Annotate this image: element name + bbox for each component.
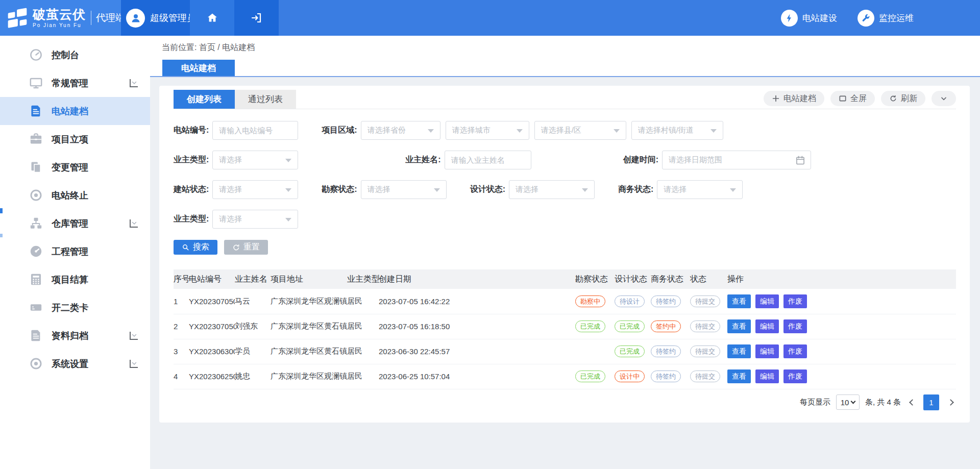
refresh-icon xyxy=(889,94,897,103)
station-code-input[interactable] xyxy=(212,121,298,140)
sidebar-item-open-class2-card[interactable]: 开二类卡 xyxy=(0,293,150,322)
owner-type-2-select[interactable]: 请选择 xyxy=(212,210,298,229)
copy-icon xyxy=(29,160,43,174)
filter-form: 电站编号:项目区域:请选择省份请选择城市请选择县/区请选择村镇/街道业主类型:请… xyxy=(174,121,956,229)
toolbar-create-station-button[interactable]: 电站建档 xyxy=(764,91,824,106)
toolbar-collapse-button[interactable] xyxy=(932,91,956,106)
view-button[interactable]: 查看 xyxy=(727,369,751,383)
sidebar-item-warehouse-management[interactable]: 仓库管理 xyxy=(0,209,150,237)
sidebar-item-system-settings[interactable]: 系统设置 xyxy=(0,350,150,378)
page-1-button[interactable]: 1 xyxy=(923,394,939,410)
toolbar-refresh-button[interactable]: 刷新 xyxy=(881,91,925,106)
view-button[interactable]: 查看 xyxy=(727,294,751,308)
business-status-badge: 待签约 xyxy=(651,345,681,357)
plus-icon xyxy=(772,94,780,103)
status-status-badge: 待提交 xyxy=(690,345,720,357)
status-status-badge: 待提交 xyxy=(690,371,720,382)
filter-label: 业主类型: xyxy=(174,214,209,225)
county-select[interactable]: 请选择县/区 xyxy=(534,121,626,140)
design-status-badge: 待设计 xyxy=(615,295,645,307)
toolbar-fullscreen-button[interactable]: 全屏 xyxy=(830,91,875,106)
filter-label: 项目区域: xyxy=(322,125,357,136)
column-header: 操作 xyxy=(727,269,956,289)
edit-button[interactable]: 编辑 xyxy=(755,369,779,383)
sidebar-item-project-settlement[interactable]: 项目结算 xyxy=(0,265,150,293)
header-nav-station-build[interactable]: 电站建设 xyxy=(781,10,837,27)
column-header: 序号 xyxy=(174,269,189,289)
view-button[interactable]: 查看 xyxy=(727,319,751,333)
sitemap-icon xyxy=(29,216,43,230)
province-select[interactable]: 请选择省份 xyxy=(361,121,440,140)
sidebar-item-label: 系统设置 xyxy=(52,358,88,370)
cell-actions: 查看编辑作废 xyxy=(727,364,956,389)
cell-project-address: 广东深圳龙华区观澜镇姚家庄... xyxy=(271,364,347,389)
brand-pinyin: Po Jian Yun Fu xyxy=(33,23,86,28)
filter-label: 勘察状态: xyxy=(322,184,357,195)
invalidate-button[interactable]: 作废 xyxy=(783,319,807,333)
sidebar-item-change-management[interactable]: 变更管理 xyxy=(0,153,150,181)
sidebar-item-console[interactable]: 控制台 xyxy=(0,41,150,69)
invalidate-button[interactable]: 作废 xyxy=(783,294,807,308)
created-time-date-picker[interactable]: 请选择日期范围 xyxy=(662,151,811,169)
user-menu[interactable]: 超级管理员 xyxy=(121,0,190,36)
edit-button[interactable]: 编辑 xyxy=(755,294,779,308)
top-header: 破茧云伏 Po Jian Yun Fu 代理端 超级管理员 电站建设监控运维 xyxy=(0,0,980,36)
owner-type-select[interactable]: 请选择 xyxy=(212,151,298,169)
invalidate-button[interactable]: 作废 xyxy=(783,369,807,383)
breadcrumb-home-link[interactable]: 首页 xyxy=(199,43,215,52)
sidebar-item-label: 电站终止 xyxy=(52,189,88,202)
sidebar-item-general-management[interactable]: 常规管理 xyxy=(0,69,150,97)
next-page-button[interactable] xyxy=(945,394,956,410)
sidebar-scrollbar-thumb[interactable] xyxy=(0,208,3,213)
sidebar-item-engineering-management[interactable]: 工程管理 xyxy=(0,237,150,265)
sidebar-item-station-archive[interactable]: 电站建档 xyxy=(0,97,150,125)
sidebar-scrollbar-thumb[interactable] xyxy=(0,234,3,237)
design-status-select[interactable]: 请选择 xyxy=(509,180,595,199)
town-select[interactable]: 请选择村镇/街道 xyxy=(631,121,723,140)
select-caret-icon xyxy=(851,399,856,404)
tab-passed-list[interactable]: 通过列表 xyxy=(235,90,296,109)
logout-button[interactable] xyxy=(234,0,279,36)
cell-project-address: 广东深圳龙华区黄石镇星官大... xyxy=(271,314,347,339)
home-button[interactable] xyxy=(190,0,234,36)
page-tab-station-archive[interactable]: 电站建档 xyxy=(162,60,235,76)
per-page-value: 10 xyxy=(841,398,849,407)
edit-button[interactable]: 编辑 xyxy=(755,319,779,333)
filter-group-station-code: 电站编号: xyxy=(174,121,298,140)
placeholder-text: 请选择 xyxy=(368,185,390,194)
sidebar-item-data-archive[interactable]: 资料归档 xyxy=(0,322,150,350)
reset-button[interactable]: 重置 xyxy=(224,240,268,255)
placeholder-text: 请选择 xyxy=(516,185,538,194)
search-button[interactable]: 搜索 xyxy=(174,240,217,255)
business-status-select[interactable]: 请选择 xyxy=(657,180,743,199)
prev-page-button[interactable] xyxy=(906,394,918,410)
cell-design-status: 待设计 xyxy=(615,289,651,314)
cell-project-address: 广东深圳龙华区观澜镇观湖路... xyxy=(271,289,347,314)
lightning-icon xyxy=(781,10,798,27)
column-header: 商务状态 xyxy=(651,269,690,289)
tab-create-list[interactable]: 创建列表 xyxy=(174,90,235,109)
edit-button[interactable]: 编辑 xyxy=(755,344,779,358)
filter-group-survey-status: 勘察状态:请选择 xyxy=(322,180,446,199)
placeholder-text: 请选择县/区 xyxy=(541,126,581,135)
sidebar-item-station-termination[interactable]: 电站终止 xyxy=(0,181,150,209)
user-name: 超级管理员 xyxy=(150,12,196,24)
breadcrumb-separator: / xyxy=(217,43,219,52)
cell-business-status: 待签约 xyxy=(651,364,690,389)
view-button[interactable]: 查看 xyxy=(727,344,751,358)
logout-icon xyxy=(251,12,263,24)
build-status-select[interactable]: 请选择 xyxy=(212,180,298,199)
pagination: 每页显示 10 条, 共 4 条 1 xyxy=(174,394,956,410)
header-nav-monitor-ops[interactable]: 监控运维 xyxy=(857,10,914,27)
brand[interactable]: 破茧云伏 Po Jian Yun Fu 代理端 xyxy=(0,0,121,36)
city-select[interactable]: 请选择城市 xyxy=(446,121,529,140)
cell-owner-name: 刘强东 xyxy=(235,314,271,339)
per-page-select[interactable]: 10 xyxy=(836,394,860,410)
survey-status-select[interactable]: 请选择 xyxy=(361,180,447,199)
cell-created-date: 2023-07-05 16:18:50 xyxy=(379,314,575,339)
owner-name-input[interactable] xyxy=(445,151,531,169)
invalidate-button[interactable]: 作废 xyxy=(783,344,807,358)
filter-row: 业主类型:请选择业主姓名:创建时间:请选择日期范围 xyxy=(174,151,956,169)
sidebar-item-project-initiation[interactable]: 项目立项 xyxy=(0,125,150,153)
brand-logo-icon xyxy=(6,7,29,29)
